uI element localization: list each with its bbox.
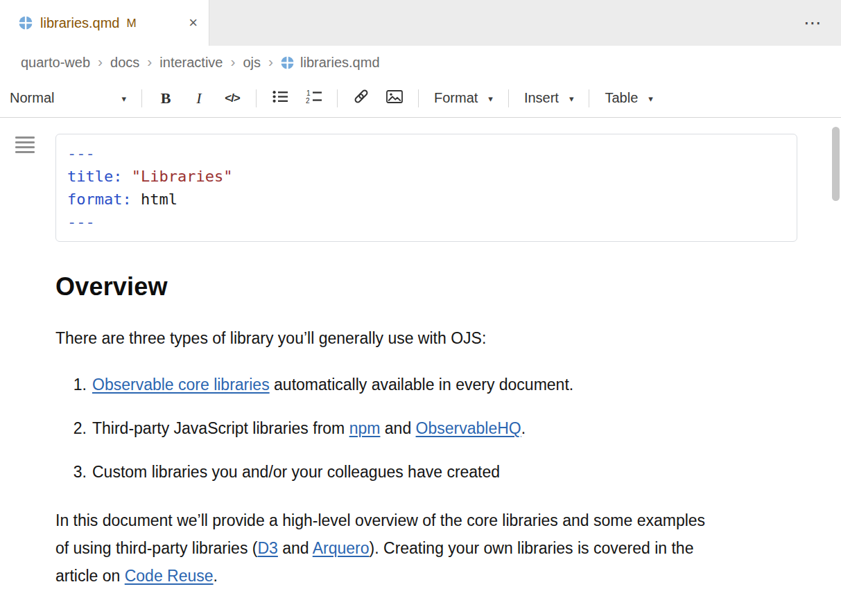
- chevron-down-icon: ▾: [488, 92, 493, 104]
- intro-paragraph: There are three types of library you’ll …: [55, 329, 841, 348]
- list-item: 3. Custom libraries you and/or your coll…: [71, 463, 841, 482]
- breadcrumb-item-docs[interactable]: docs: [110, 55, 139, 71]
- bullet-list-button[interactable]: [263, 85, 297, 112]
- list-item-text-after: .: [521, 419, 526, 437]
- bullet-list-icon: [272, 90, 288, 107]
- insert-menu-button[interactable]: Insert ▾: [516, 86, 582, 110]
- italic-button[interactable]: I: [182, 85, 216, 112]
- vertical-scrollbar-thumb[interactable]: [832, 127, 840, 201]
- list-item: 2. Third-party JavaScript libraries from…: [71, 419, 841, 438]
- quarto-icon: [281, 56, 294, 69]
- editor-toolbar: Normal ▾ B I </> 12: [0, 79, 841, 118]
- list-item-text-after: automatically available in every documen…: [270, 376, 574, 394]
- numbered-list-icon: 12: [305, 89, 322, 107]
- outline-icon: [15, 146, 36, 157]
- toolbar-separator: [418, 89, 419, 107]
- breadcrumb-separator-icon: ›: [146, 53, 153, 71]
- git-modified-badge: M: [126, 15, 136, 30]
- list-item-text: Observable core libraries automatically …: [92, 376, 573, 394]
- list-number: 3.: [71, 463, 87, 482]
- image-icon: [386, 90, 403, 107]
- bold-button[interactable]: B: [149, 85, 182, 112]
- breadcrumb-item-quarto-web[interactable]: quarto-web: [21, 55, 90, 71]
- ordered-list: 1. Observable core libraries automatical…: [55, 376, 841, 482]
- breadcrumb-separator-icon: ›: [229, 53, 236, 71]
- close-tab-icon[interactable]: ×: [189, 15, 198, 30]
- svg-text:1: 1: [306, 89, 311, 97]
- breadcrumb-separator-icon: ›: [97, 53, 103, 71]
- breadcrumb: quarto-web › docs › interactive › ojs › …: [0, 46, 841, 79]
- table-menu-button[interactable]: Table ▾: [596, 86, 661, 110]
- list-item-text: Third-party JavaScript libraries from np…: [92, 419, 526, 438]
- link-npm[interactable]: npm: [349, 419, 381, 437]
- link-observable-core-libraries[interactable]: Observable core libraries: [92, 376, 270, 394]
- outro-text: .: [214, 567, 218, 585]
- paragraph-style-dropdown[interactable]: Normal ▾: [8, 86, 135, 110]
- heading-overview: Overview: [55, 272, 841, 301]
- list-number: 2.: [71, 419, 87, 438]
- table-menu-label: Table: [605, 90, 638, 106]
- chevron-down-icon: ▾: [121, 92, 126, 104]
- link-code-reuse[interactable]: Code Reuse: [125, 567, 214, 585]
- tab-bar: libraries.qmd M × ⋯: [0, 0, 841, 46]
- link-icon: [353, 88, 370, 108]
- breadcrumb-item-interactive[interactable]: interactive: [159, 55, 223, 71]
- breadcrumb-item-ojs[interactable]: ojs: [243, 55, 261, 71]
- list-item: 1. Observable core libraries automatical…: [71, 376, 841, 394]
- yaml-title-key: title:: [67, 168, 122, 185]
- outro-text: and: [278, 539, 313, 557]
- yaml-title-value: "Libraries": [122, 168, 232, 185]
- breadcrumb-separator-icon: ›: [268, 53, 274, 71]
- link-arquero[interactable]: Arquero: [313, 539, 370, 557]
- more-actions-button[interactable]: ⋯: [784, 0, 841, 46]
- editor-content[interactable]: --- title: "Libraries" format: html --- …: [0, 118, 841, 590]
- svg-text:2: 2: [306, 96, 310, 104]
- list-number: 1.: [71, 376, 87, 394]
- yaml-delimiter-bottom: ---: [67, 213, 95, 231]
- toolbar-separator: [337, 89, 338, 107]
- list-item-text: Custom libraries you and/or your colleag…: [92, 463, 500, 482]
- breadcrumb-item-libraries-qmd[interactable]: libraries.qmd: [300, 55, 379, 71]
- list-item-text-mid: and: [380, 419, 415, 437]
- image-button[interactable]: [378, 85, 411, 112]
- yaml-format-value: html: [132, 191, 177, 208]
- tab-libraries-qmd[interactable]: libraries.qmd M ×: [0, 0, 209, 46]
- tab-title: libraries.qmd: [40, 15, 119, 31]
- yaml-format-key: format:: [67, 191, 132, 208]
- tab-bar-spacer: [209, 0, 784, 46]
- yaml-metadata-block[interactable]: --- title: "Libraries" format: html ---: [55, 134, 797, 242]
- format-menu-button[interactable]: Format ▾: [426, 86, 501, 110]
- toolbar-separator: [141, 89, 142, 107]
- link-button[interactable]: [345, 85, 378, 112]
- code-button[interactable]: </>: [216, 85, 249, 112]
- paragraph-style-value: Normal: [10, 90, 54, 106]
- yaml-delimiter-top: ---: [67, 145, 95, 162]
- chevron-down-icon: ▾: [569, 92, 574, 104]
- link-d3[interactable]: D3: [257, 539, 277, 557]
- outline-button[interactable]: [15, 136, 36, 157]
- list-item-text-before: Third-party JavaScript libraries from: [92, 419, 349, 437]
- toolbar-separator: [256, 89, 257, 107]
- link-observablehq[interactable]: ObservableHQ: [416, 419, 521, 437]
- quarto-visual-editor-window: libraries.qmd M × ⋯ quarto-web › docs › …: [0, 0, 841, 616]
- outro-paragraph: In this document we’ll provide a high-le…: [55, 507, 711, 590]
- format-menu-label: Format: [434, 90, 478, 106]
- toolbar-separator: [589, 89, 589, 107]
- chevron-down-icon: ▾: [648, 92, 653, 104]
- quarto-icon: [19, 16, 33, 30]
- insert-menu-label: Insert: [524, 90, 559, 106]
- numbered-list-button[interactable]: 12: [297, 85, 330, 112]
- toolbar-separator: [508, 89, 509, 107]
